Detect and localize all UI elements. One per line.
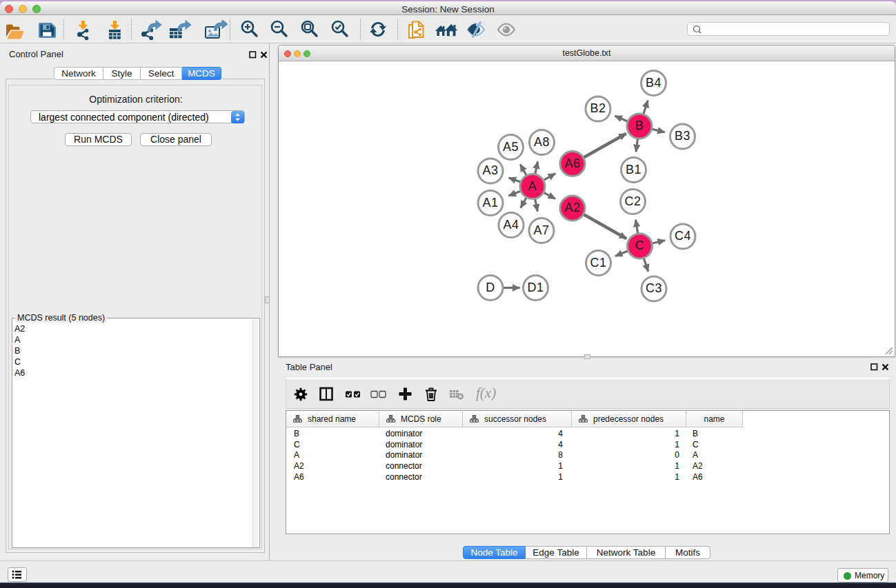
svg-text:C1: C1: [590, 256, 606, 270]
svg-text:B1: B1: [626, 163, 641, 176]
svg-text:A7: A7: [533, 223, 549, 237]
svg-text:A6: A6: [564, 156, 580, 170]
svg-text:C2: C2: [624, 194, 641, 208]
svg-text:C4: C4: [675, 229, 691, 243]
svg-text:f(x): f(x): [476, 385, 496, 401]
svg-text:B4: B4: [646, 76, 661, 90]
svg-text:B3: B3: [675, 129, 690, 143]
svg-text:A2: A2: [564, 201, 580, 214]
svg-text:D1: D1: [527, 281, 544, 294]
svg-text:A1: A1: [482, 196, 498, 210]
svg-text:C3: C3: [646, 281, 662, 295]
svg-text:A: A: [528, 179, 537, 193]
svg-text:A3: A3: [482, 163, 498, 177]
svg-text:A5: A5: [503, 140, 519, 154]
svg-text:B: B: [635, 119, 644, 132]
svg-text:A4: A4: [503, 218, 519, 232]
svg-text:D: D: [486, 281, 495, 294]
svg-text:C: C: [635, 239, 645, 252]
svg-text:B2: B2: [590, 101, 606, 115]
svg-text:A8: A8: [534, 135, 550, 149]
